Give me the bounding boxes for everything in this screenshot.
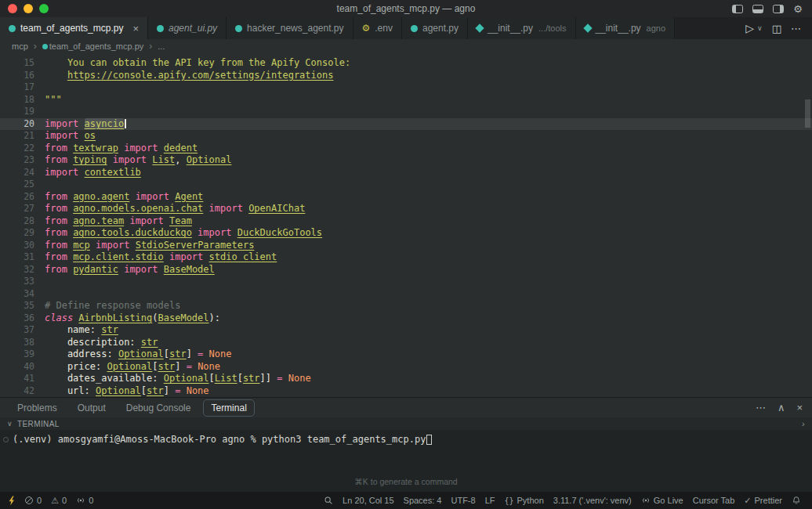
code-line-26[interactable]: 26from agno.agent import Agent bbox=[0, 191, 812, 204]
status-encoding[interactable]: UTF-8 bbox=[446, 496, 480, 505]
breadcrumb-item[interactable]: mcp bbox=[12, 42, 28, 51]
toggle-panel-icon[interactable] bbox=[752, 5, 763, 13]
status-go-live[interactable]: Go Live bbox=[636, 496, 688, 505]
line-number[interactable]: 40 bbox=[0, 361, 34, 374]
code-line-18[interactable]: 18""" bbox=[0, 94, 812, 106]
zoom-window-icon[interactable] bbox=[39, 4, 49, 13]
line-number[interactable]: 21 bbox=[0, 130, 34, 143]
line-number[interactable]: 22 bbox=[0, 143, 34, 155]
line-number[interactable]: 41 bbox=[0, 373, 34, 385]
breadcrumb-item[interactable]: ... bbox=[158, 42, 165, 51]
status-notifications[interactable] bbox=[787, 496, 806, 505]
status-language-mode[interactable]: {}Python bbox=[499, 496, 548, 505]
code-line-23[interactable]: 23from typing import List, Optional bbox=[0, 154, 812, 167]
code-line-35[interactable]: 35# Define response models bbox=[0, 300, 812, 312]
code-line-40[interactable]: 40 price: Optional[str] = None bbox=[0, 361, 812, 374]
code-line-24[interactable]: 24import contextlib bbox=[0, 167, 812, 179]
code-line-30[interactable]: 30from mcp import StdioServerParameters bbox=[0, 240, 812, 252]
status-cursor-position[interactable]: Ln 20, Col 15 bbox=[338, 496, 398, 505]
tab-.env[interactable]: ⚙.env bbox=[353, 17, 402, 39]
chevron-down-icon[interactable]: ∨ bbox=[7, 420, 13, 428]
terminal[interactable]: (.venv) amosgyamfi@Amoss-MacBook-Pro agn… bbox=[0, 430, 812, 492]
toggle-secondary-sidebar-icon[interactable] bbox=[773, 5, 784, 13]
line-number[interactable]: 32 bbox=[0, 264, 34, 276]
terminal-section-header[interactable]: ∨ TERMINAL › bbox=[0, 417, 812, 430]
panel-tab-debug-console[interactable]: Debug Console bbox=[118, 399, 199, 417]
tab-agent.py[interactable]: agent.py bbox=[402, 17, 468, 39]
code-line-31[interactable]: 31from mcp.client.stdio import stdio_cli… bbox=[0, 251, 812, 264]
code-line-38[interactable]: 38 description: str bbox=[0, 337, 812, 349]
line-number[interactable]: 36 bbox=[0, 312, 34, 325]
status-search[interactable] bbox=[319, 496, 338, 505]
line-number[interactable]: 30 bbox=[0, 240, 34, 252]
line-number[interactable]: 15 bbox=[0, 57, 34, 70]
panel-tab-problems[interactable]: Problems bbox=[9, 399, 65, 417]
line-number[interactable]: 37 bbox=[0, 324, 34, 337]
code-line-39[interactable]: 39 address: Optional[str] = None bbox=[0, 348, 812, 361]
code-line-19[interactable]: 19 bbox=[0, 106, 812, 118]
split-editor-icon[interactable]: ◫ bbox=[772, 23, 781, 34]
code-line-42[interactable]: 42 url: Optional[str] = None bbox=[0, 385, 812, 398]
line-number[interactable]: 38 bbox=[0, 337, 34, 349]
editor-scrollbar[interactable] bbox=[805, 99, 810, 128]
line-number[interactable]: 26 bbox=[0, 191, 34, 204]
tab-__init__.py[interactable]: __init__.py.../tools bbox=[468, 17, 576, 39]
line-number[interactable]: 16 bbox=[0, 70, 34, 82]
toggle-primary-sidebar-icon[interactable] bbox=[732, 5, 743, 13]
line-number[interactable]: 31 bbox=[0, 251, 34, 264]
line-number[interactable]: 29 bbox=[0, 227, 34, 240]
tab-team_of_agents_mcp.py[interactable]: team_of_agents_mcp.py× bbox=[0, 17, 148, 39]
chevron-right-icon[interactable]: › bbox=[802, 419, 805, 428]
panel-tab-output[interactable]: Output bbox=[70, 399, 114, 417]
line-number[interactable]: 42 bbox=[0, 385, 34, 398]
code-line-21[interactable]: 21import os bbox=[0, 130, 812, 143]
line-number[interactable]: 35 bbox=[0, 300, 34, 312]
code-line-33[interactable]: 33 bbox=[0, 276, 812, 288]
code-line-41[interactable]: 41 dates_available: Optional[List[str]] … bbox=[0, 373, 812, 385]
status-remote-indicator[interactable] bbox=[3, 496, 20, 506]
close-icon[interactable]: × bbox=[132, 23, 139, 34]
status-warnings[interactable]: ⚠0 bbox=[46, 496, 71, 506]
line-number[interactable]: 19 bbox=[0, 106, 34, 118]
run-python-file-icon[interactable]: ▷ bbox=[745, 22, 754, 34]
panel-more-icon[interactable]: ⋯ bbox=[756, 402, 766, 413]
breadcrumb-item[interactable]: team_of_agents_mcp.py bbox=[42, 42, 143, 51]
code-editor[interactable]: 15 You can obtain the API key from the A… bbox=[0, 53, 812, 397]
status-cursor-tab[interactable]: Cursor Tab bbox=[688, 496, 740, 505]
settings-gear-icon[interactable]: ⚙ bbox=[793, 4, 803, 14]
panel-close-icon[interactable]: × bbox=[796, 402, 803, 413]
code-line-22[interactable]: 22from textwrap import dedent bbox=[0, 143, 812, 155]
line-number[interactable]: 28 bbox=[0, 215, 34, 228]
code-line-34[interactable]: 34 bbox=[0, 288, 812, 301]
line-number[interactable]: 23 bbox=[0, 154, 34, 167]
code-line-20[interactable]: 20import asyncio bbox=[0, 118, 812, 131]
run-dropdown-chevron-icon[interactable]: ∨ bbox=[757, 24, 763, 32]
line-number[interactable]: 18 bbox=[0, 94, 34, 106]
close-window-icon[interactable] bbox=[8, 4, 17, 13]
code-line-32[interactable]: 32from pydantic import BaseModel bbox=[0, 264, 812, 276]
tab-agent_ui.py[interactable]: agent_ui.py bbox=[148, 17, 227, 39]
code-line-28[interactable]: 28from agno.team import Team bbox=[0, 215, 812, 228]
line-number[interactable]: 25 bbox=[0, 179, 34, 191]
status-python-interpreter[interactable]: 3.11.7 ('.venv': venv) bbox=[549, 496, 636, 505]
code-line-29[interactable]: 29from agno.tools.duckduckgo import Duck… bbox=[0, 227, 812, 240]
status-eol[interactable]: LF bbox=[480, 496, 500, 505]
code-line-16[interactable]: 16 https://console.apify.com/settings/in… bbox=[0, 70, 812, 82]
status-errors[interactable]: 0 bbox=[20, 496, 46, 505]
code-line-27[interactable]: 27from agno.models.openai.chat import Op… bbox=[0, 203, 812, 215]
status-ports[interactable]: 0 bbox=[71, 496, 98, 505]
panel-tab-terminal[interactable]: Terminal bbox=[203, 399, 254, 417]
code-line-36[interactable]: 36class AirbnbListing(BaseModel): bbox=[0, 312, 812, 325]
panel-maximize-icon[interactable]: ∧ bbox=[778, 402, 785, 413]
code-line-15[interactable]: 15 You can obtain the API key from the A… bbox=[0, 57, 812, 70]
code-line-25[interactable]: 25 bbox=[0, 179, 812, 191]
line-number[interactable]: 20 bbox=[0, 118, 34, 131]
line-number[interactable]: 27 bbox=[0, 203, 34, 215]
status-indentation[interactable]: Spaces: 4 bbox=[399, 496, 447, 505]
status-prettier[interactable]: ✓Prettier bbox=[739, 496, 787, 506]
terminal-prompt-line[interactable]: (.venv) amosgyamfi@Amoss-MacBook-Pro agn… bbox=[0, 430, 812, 445]
code-line-37[interactable]: 37 name: str bbox=[0, 324, 812, 337]
tab-hacker_news_agent.py[interactable]: hacker_news_agent.py bbox=[227, 17, 353, 39]
more-actions-icon[interactable]: ⋯ bbox=[791, 23, 801, 34]
minimize-window-icon[interactable] bbox=[24, 4, 33, 13]
